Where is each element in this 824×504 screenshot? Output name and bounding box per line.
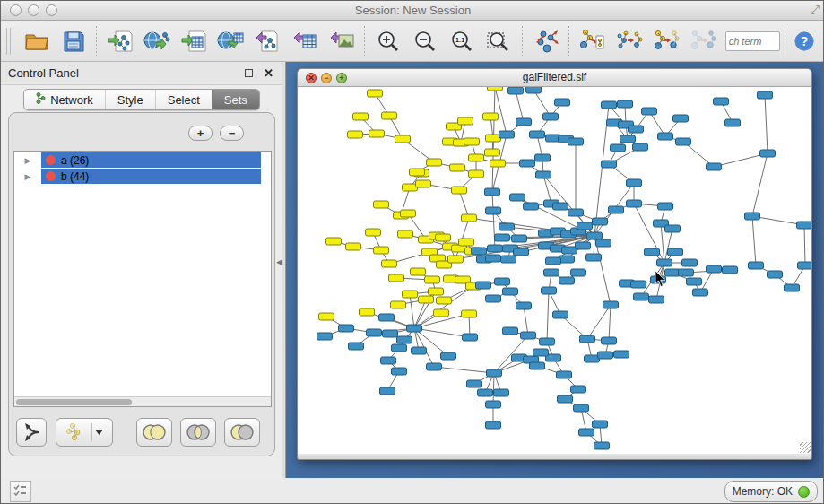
split-arrows-icon — [22, 422, 41, 442]
tab-style[interactable]: Style — [105, 90, 155, 109]
import-network-file-button[interactable] — [101, 24, 138, 58]
hide-selected-button[interactable] — [647, 24, 684, 58]
network-graph[interactable] — [298, 87, 811, 454]
network-frame-title: galFiltered.sif — [298, 71, 811, 83]
control-panel-header: Control Panel ✕ — [1, 62, 282, 85]
export-image-button[interactable] — [323, 24, 360, 58]
collapse-panel-icon[interactable]: ◀ — [276, 257, 282, 266]
open-folder-icon — [24, 30, 49, 52]
scrollbar-thumb[interactable] — [16, 399, 132, 405]
show-all-icon — [690, 29, 716, 54]
main-content: Control Panel ✕ Network Style Select — [1, 62, 824, 478]
zoom-one-to-one-icon: 1:1 — [450, 30, 473, 53]
network-frame[interactable]: ✕ − + galFiltered.sif — [297, 68, 812, 460]
zoom-out-button[interactable] — [406, 24, 443, 58]
close-panel-icon[interactable]: ✕ — [264, 69, 273, 77]
tab-network-label: Network — [50, 93, 93, 107]
network-desktop: ✕ − + galFiltered.sif — [286, 62, 824, 478]
help-button[interactable]: ? — [790, 24, 820, 58]
extract-network-button[interactable] — [56, 418, 113, 447]
venn-intersection-icon — [186, 423, 211, 441]
search-input[interactable]: ch term — [725, 31, 780, 51]
import-table-file-icon — [180, 30, 207, 53]
save-session-button[interactable] — [55, 24, 91, 58]
horizontal-scrollbar[interactable] — [14, 396, 271, 406]
network-tree-icon — [36, 92, 46, 107]
disclosure-triangle-icon[interactable]: ▶ — [14, 172, 41, 181]
status-bar: Memory: OK — [1, 478, 824, 504]
control-panel-title: Control Panel — [8, 66, 245, 80]
help-icon: ? — [794, 30, 815, 52]
export-table-icon — [292, 30, 317, 53]
task-checklist-icon — [13, 483, 28, 500]
set-color-icon — [46, 155, 56, 165]
import-network-url-icon — [143, 30, 170, 53]
hide-selected-icon — [653, 29, 680, 54]
toolbar-separator — [364, 26, 365, 56]
export-image-icon — [329, 30, 354, 53]
sets-list[interactable]: ▶ a (26) ▶ b (44) — [13, 151, 272, 407]
set-label: a (26) — [61, 154, 89, 167]
zoom-fit-button[interactable]: 1:1 — [444, 24, 481, 58]
apply-layout-icon — [533, 29, 559, 54]
network-frame-titlebar[interactable]: ✕ − + galFiltered.sif — [298, 69, 811, 87]
import-table-file-button[interactable] — [176, 24, 213, 58]
zoom-in-button[interactable] — [369, 24, 406, 58]
new-network-all-edges-button[interactable] — [611, 24, 647, 58]
open-session-button[interactable] — [18, 24, 55, 58]
button-divider — [91, 423, 92, 441]
set-row-a[interactable]: ▶ a (26) — [14, 152, 271, 168]
task-history-button[interactable] — [10, 481, 31, 502]
import-table-url-icon — [217, 30, 244, 53]
split-sets-button[interactable] — [16, 418, 47, 447]
toolbar-separator — [568, 26, 569, 56]
set-row-b[interactable]: ▶ b (44) — [14, 169, 271, 184]
set-color-icon — [46, 171, 56, 181]
mouse-cursor — [655, 271, 666, 291]
application-window: Session: New Session ⤢ — [0, 0, 824, 504]
export-network-icon — [255, 30, 280, 53]
memory-ok-indicator-icon — [798, 486, 810, 498]
extract-network-icon — [65, 422, 89, 442]
window-title: Session: New Session — [1, 4, 824, 17]
tab-sets[interactable]: Sets — [212, 90, 259, 109]
tab-select[interactable]: Select — [155, 90, 212, 109]
remove-set-button[interactable]: − — [220, 126, 244, 141]
floppy-disk-icon — [63, 30, 84, 52]
show-all-button[interactable] — [685, 24, 722, 58]
disclosure-triangle-icon[interactable]: ▶ — [14, 156, 41, 165]
set-label: b (44) — [61, 170, 89, 183]
import-network-url-button[interactable] — [138, 24, 175, 58]
apply-layout-button[interactable] — [527, 24, 564, 58]
toolbar-separator — [785, 26, 785, 56]
new-network-from-selection-button[interactable] — [574, 24, 611, 58]
fullscreen-icon[interactable]: ⤢ — [811, 3, 820, 17]
export-network-button[interactable] — [249, 24, 286, 58]
svg-text:1:1: 1:1 — [455, 37, 464, 43]
import-network-file-icon — [107, 30, 134, 53]
zoom-selected-icon — [486, 30, 511, 53]
difference-sets-button[interactable] — [224, 418, 260, 447]
new-network-all-edges-icon — [616, 29, 643, 54]
add-set-button[interactable]: + — [188, 126, 213, 141]
venn-difference-icon — [230, 423, 255, 441]
export-table-button[interactable] — [286, 24, 323, 58]
union-sets-button[interactable] — [136, 418, 172, 447]
tab-select-label: Select — [168, 93, 200, 107]
zoom-selected-button[interactable] — [481, 24, 517, 58]
control-panel-tabs: Network Style Select Sets — [1, 89, 282, 110]
import-table-url-button[interactable] — [213, 24, 249, 58]
memory-status-button[interactable]: Memory: OK — [724, 481, 818, 502]
tab-sets-label: Sets — [224, 93, 247, 107]
resize-grip[interactable] — [800, 442, 811, 453]
svg-text:?: ? — [801, 34, 809, 48]
dropdown-arrow-icon[interactable] — [95, 430, 103, 435]
toolbar-grip[interactable] — [6, 28, 11, 55]
zoom-out-icon — [413, 30, 437, 53]
toolbar-separator — [96, 26, 97, 56]
tab-network[interactable]: Network — [24, 90, 105, 109]
float-panel-icon[interactable] — [245, 69, 253, 77]
window-titlebar[interactable]: Session: New Session ⤢ — [1, 1, 824, 21]
intersection-sets-button[interactable] — [180, 418, 216, 447]
network-canvas[interactable] — [298, 87, 811, 454]
